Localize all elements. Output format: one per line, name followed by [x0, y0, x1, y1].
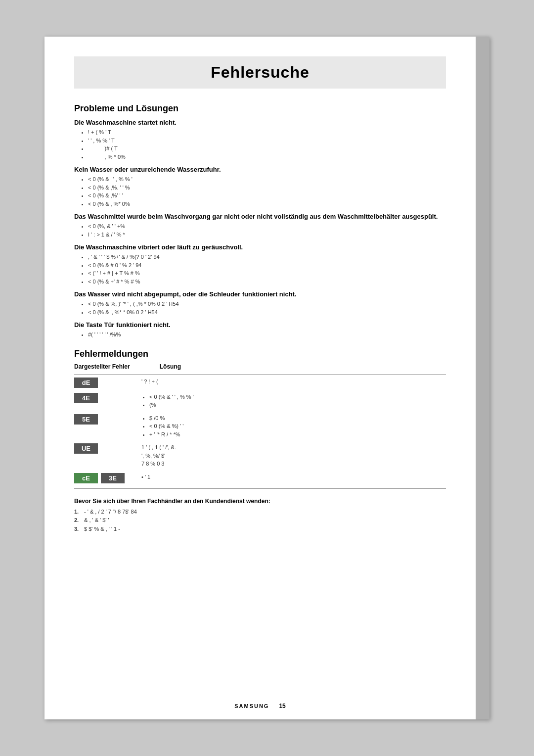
- fehler-code-ue: UE: [74, 443, 98, 454]
- problem-group-1: Die Waschmaschine startet nicht. ! + ( %…: [74, 119, 446, 161]
- fehler-desc-4e: < 0 (% & ' ' , % % ' (%: [141, 393, 446, 409]
- problem-group-3: Das Waschmittel wurde beim Waschvorgang …: [74, 213, 446, 238]
- list-item: < 0 (% & ', %* * 0% 0 2 ' H54: [88, 308, 446, 317]
- list-item: ! + ( % ' T: [88, 128, 446, 137]
- service-item-2: 2. & , ' & ' $' ': [74, 516, 446, 525]
- divider: [74, 374, 446, 375]
- footer-brand: SAMSUNG: [234, 703, 269, 709]
- problem-list-2: < 0 (% & ' ' , % % ' < 0 (% & ,%. ' ' % …: [88, 175, 446, 208]
- problems-section: Probleme und Lösungen Die Waschmaschine …: [74, 103, 446, 339]
- page-title: Fehlersuche: [74, 63, 446, 82]
- fehler-row-5e: 5E $ /0 % < 0 (% & %) ' ' + ' '* R / * *…: [74, 414, 446, 439]
- fehler-desc-de: ' ? ! + (: [141, 378, 446, 386]
- problem-group-5: Das Wasser wird nicht abgepumpt, oder di…: [74, 290, 446, 316]
- list-item: )# ( T: [88, 144, 446, 153]
- problem-heading-4: Die Waschmaschine vibriert oder läuft zu…: [74, 243, 446, 251]
- footer-page-number: 15: [279, 703, 285, 709]
- problem-list-1: ! + ( % ' T ' ' , % % ' T )# ( T , % * 0…: [88, 128, 446, 161]
- list-item: < (' ' ! + # | + T % # %: [88, 269, 446, 278]
- fehler-row-ue: UE 1 ' ( , 1 ( ' /', &. ', %, %/ $' 7 8 …: [74, 443, 446, 468]
- service-list: 1. - ' & , / 2 ' 7 "/ 8 7$' 84 2. & , ' …: [74, 508, 446, 534]
- fehler-row-de: dE ' ? ! + (: [74, 378, 446, 388]
- list-item: < 0 (%, & ' ' +%: [88, 222, 446, 231]
- fehler-row-ce: cE 3E • ' 1: [74, 473, 446, 483]
- fehler-table-header: Dargestellter Fehler Lösung: [74, 363, 446, 370]
- list-item: < 0 (% & ' ' , % % ': [88, 175, 446, 184]
- problem-list-4: , ' & ' ' ' $ %+' & / %(? 0 ' 2' 94 < 0 …: [88, 253, 446, 285]
- divider-2: [74, 488, 446, 489]
- fehler-code-de: dE: [74, 378, 98, 388]
- service-section: Bevor Sie sich über Ihren Fachhändler an…: [74, 498, 446, 534]
- problem-list-6: #( ' ' ' ' ' ' /%%: [88, 331, 446, 339]
- service-item-1: 1. - ' & , / 2 ' 7 "/ 8 7$' 84: [74, 508, 446, 517]
- problem-heading-5: Das Wasser wird nicht abgepumpt, oder di…: [74, 290, 446, 298]
- problem-group-4: Die Waschmaschine vibriert oder läuft zu…: [74, 243, 446, 285]
- footer: SAMSUNG 15: [44, 703, 476, 709]
- problem-list-3: < 0 (%, & ' ' +% I ' : > 1 & / ' % *: [88, 222, 446, 238]
- list-item: < 0 (% & # 0 ' % 2 ' 94: [88, 261, 446, 270]
- problem-group-6: Die Taste Tür funktioniert nicht. #( ' '…: [74, 321, 446, 339]
- problems-heading: Probleme und Lösungen: [74, 103, 446, 114]
- list-item: #( ' ' ' ' ' ' /%%: [88, 331, 446, 339]
- fehler-col2: Lösung: [160, 363, 181, 370]
- fehler-desc-ue: 1 ' ( , 1 ( ' /', &. ', %, %/ $' 7 8 % 0…: [141, 443, 446, 468]
- fehler-desc-ce: • ' 1: [141, 473, 446, 481]
- fehler-col1: Dargestellter Fehler: [74, 363, 130, 370]
- list-item: ' ' , % % ' T: [88, 137, 446, 145]
- problem-group-2: Kein Wasser oder unzureichende Wasserzuf…: [74, 166, 446, 208]
- list-item: < 0 (% & %, )' '* ' , ( ,% * 0% 0 2 ' H5…: [88, 300, 446, 308]
- title-box: Fehlersuche: [74, 56, 446, 89]
- page: Fehlersuche Probleme und Lösungen Die Wa…: [44, 37, 490, 719]
- problem-heading-1: Die Waschmaschine startet nicht.: [74, 119, 446, 126]
- problem-heading-6: Die Taste Tür funktioniert nicht.: [74, 321, 446, 329]
- list-item: < 0 (% & , %* 0%: [88, 200, 446, 208]
- list-item: < 0 (% & ,%' ' ': [88, 191, 446, 200]
- list-item: I ' : > 1 & / ' % *: [88, 231, 446, 239]
- fehler-code-ce: cE: [74, 473, 98, 483]
- fehler-desc-5e: $ /0 % < 0 (% & %) ' ' + ' '* R / * *%: [141, 414, 446, 439]
- fehlermeldungen-heading: Fehlermeldungen: [74, 349, 446, 359]
- problem-heading-2: Kein Wasser oder unzureichende Wasserzuf…: [74, 166, 446, 173]
- fehler-code-3e: 3E: [101, 473, 125, 483]
- content: Fehlersuche Probleme und Lösungen Die Wa…: [44, 37, 490, 553]
- fehlermeldungen-section: Fehlermeldungen Dargestellter Fehler Lös…: [74, 349, 446, 489]
- right-bar: [476, 37, 490, 719]
- fehler-code-4e: 4E: [74, 393, 98, 403]
- list-item: , ' & ' ' ' $ %+' & / %(? 0 ' 2' 94: [88, 253, 446, 261]
- list-item: , % * 0%: [88, 153, 446, 161]
- list-item: < 0 (% & +' # * % # %: [88, 278, 446, 286]
- problem-list-5: < 0 (% & %, )' '* ' , ( ,% * 0% 0 2 ' H5…: [88, 300, 446, 316]
- problem-heading-3: Das Waschmittel wurde beim Waschvorgang …: [74, 213, 446, 220]
- fehler-row-4e: 4E < 0 (% & ' ' , % % ' (%: [74, 393, 446, 409]
- fehler-code-5e: 5E: [74, 414, 98, 425]
- service-heading: Bevor Sie sich über Ihren Fachhändler an…: [74, 498, 446, 505]
- list-item: < 0 (% & ,%. ' ' %: [88, 184, 446, 192]
- service-item-3: 3. $ $' % & , ' ' 1 -: [74, 525, 446, 534]
